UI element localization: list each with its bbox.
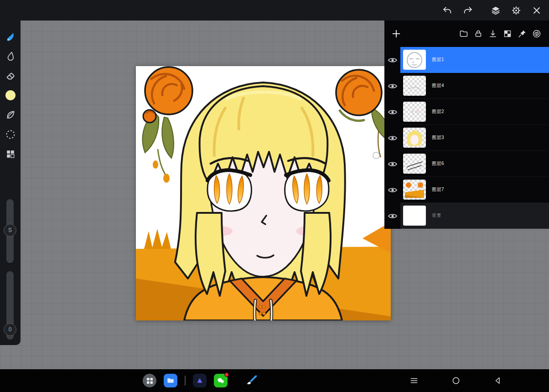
system-nav [409, 369, 503, 392]
layers-panel-header [384, 21, 549, 47]
brush-icon [5, 31, 16, 42]
settings-button[interactable] [510, 5, 522, 16]
layer-row-body[interactable]: 图层1 [400, 47, 549, 73]
left-toolbar: S 0 [0, 21, 21, 345]
layer-row[interactable]: 背景 [384, 203, 549, 229]
eye-cell [384, 177, 400, 203]
layer-thumbnail[interactable] [403, 102, 426, 122]
layer-name: 图层7 [432, 186, 444, 193]
nav-back-button[interactable] [492, 375, 503, 386]
bottom-bar [0, 369, 549, 392]
selection-tool-button[interactable] [3, 127, 18, 142]
plus-icon [391, 29, 401, 39]
layer-row[interactable]: 图层1 [384, 47, 549, 73]
smudge-tool-button[interactable] [3, 48, 18, 64]
eye-cell [384, 203, 400, 229]
smudge-icon [5, 51, 16, 62]
gallery-app-icon [196, 377, 204, 385]
notification-badge [224, 372, 229, 377]
layer-visibility-toggle[interactable] [386, 81, 399, 91]
layer-name: 图层1 [432, 57, 444, 63]
layer-thumbnail[interactable] [403, 154, 426, 174]
layer-thumbnail[interactable] [403, 50, 426, 70]
redo-button[interactable] [462, 5, 474, 16]
layer-row-body[interactable]: 图层7 [400, 177, 549, 203]
wechat-app-button[interactable] [214, 374, 228, 387]
eraser-icon [5, 70, 16, 81]
leaf-tool-button[interactable] [3, 107, 18, 123]
layer-thumbnail[interactable] [403, 76, 426, 96]
eye-icon [388, 161, 397, 167]
layer-thumbnail[interactable] [403, 206, 426, 226]
dashed-circle-icon [5, 129, 16, 140]
eye-icon [388, 57, 397, 63]
close-button[interactable] [531, 5, 543, 16]
eye-cell [384, 47, 400, 73]
menu-icon [409, 376, 419, 385]
layer-visibility-toggle[interactable] [386, 185, 399, 195]
slider-knob-size-label: S [8, 227, 12, 233]
layers-toggle-button[interactable] [490, 5, 502, 16]
layer-row-body[interactable]: 图层3 [400, 125, 549, 151]
gallery-app-button[interactable] [193, 374, 207, 387]
undo-button[interactable] [441, 5, 453, 16]
layer-pin-button[interactable] [515, 26, 529, 41]
add-layer-button[interactable] [388, 26, 404, 42]
layer-row[interactable]: 图层2 [384, 99, 549, 125]
slider-knob-opacity-label: 0 [9, 326, 12, 333]
recent-apps-button[interactable] [143, 374, 156, 387]
folder-icon [459, 29, 468, 38]
layer-folder-button[interactable] [456, 26, 471, 41]
folder-app-icon [166, 377, 175, 385]
layer-swirl-button[interactable] [529, 26, 544, 41]
slider-knob-size[interactable]: S [4, 224, 16, 237]
layer-visibility-toggle[interactable] [386, 107, 399, 117]
nav-home-button[interactable] [451, 375, 461, 386]
layer-transparency-button[interactable] [500, 26, 515, 41]
paint-app-button[interactable] [243, 372, 259, 389]
home-circle-icon [451, 376, 461, 385]
brush-tool-button[interactable] [3, 29, 18, 44]
layer-lock-button[interactable] [471, 26, 486, 41]
eye-icon [388, 187, 397, 193]
layer-row-body[interactable]: 背景 [400, 203, 549, 229]
layer-row[interactable]: 图层7 [384, 177, 549, 203]
app-dock [143, 369, 259, 392]
layer-thumbnail[interactable] [403, 180, 426, 200]
layer-row[interactable]: 图层3 [384, 125, 549, 151]
layer-import-button[interactable] [486, 26, 500, 41]
layer-visibility-toggle[interactable] [386, 133, 399, 143]
nav-menu-button[interactable] [409, 375, 420, 386]
redo-icon [463, 5, 473, 15]
slider-knob-opacity[interactable]: 0 [4, 323, 16, 336]
layer-row-body[interactable]: 图层2 [400, 99, 549, 125]
app-screen: S 0 [0, 0, 549, 392]
eye-cell [384, 151, 400, 177]
gear-icon [511, 5, 521, 15]
current-color-swatch [5, 90, 16, 101]
back-triangle-icon [493, 376, 502, 385]
leaf-icon [5, 109, 16, 120]
eye-cell [384, 99, 400, 125]
layer-visibility-toggle[interactable] [386, 211, 399, 221]
layer-row[interactable]: 图层6 [384, 151, 549, 177]
layer-visibility-toggle[interactable] [386, 159, 399, 169]
layer-visibility-toggle[interactable] [386, 55, 399, 65]
undo-icon [442, 5, 452, 15]
lock-icon [474, 29, 483, 38]
layer-thumbnail[interactable] [403, 128, 426, 148]
artwork-canvas[interactable] [136, 66, 391, 320]
layers-panel: 图层1 图层4 [384, 21, 549, 229]
layers-icon [491, 5, 501, 15]
color-swatch-button[interactable] [3, 88, 18, 103]
transform-tool-button[interactable] [3, 146, 18, 162]
eye-icon [388, 109, 397, 115]
chat-bubbles-icon [217, 377, 225, 385]
files-app-button[interactable] [164, 374, 177, 387]
layer-row-body[interactable]: 图层4 [400, 73, 549, 99]
top-bar [0, 0, 549, 21]
layer-row-body[interactable]: 图层6 [400, 151, 549, 177]
eraser-tool-button[interactable] [3, 68, 18, 83]
layer-row[interactable]: 图层4 [384, 73, 549, 99]
layer-name: 图层2 [432, 108, 444, 115]
